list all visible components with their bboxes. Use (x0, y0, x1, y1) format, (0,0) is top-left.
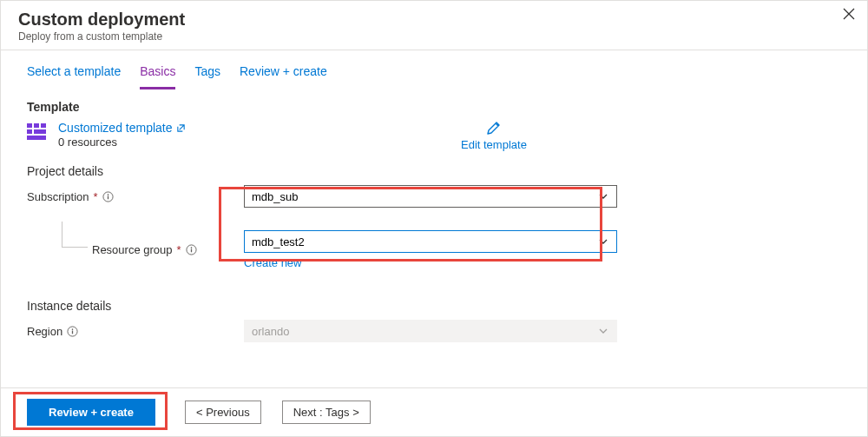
subscription-select[interactable] (244, 185, 617, 208)
next-button[interactable]: Next : Tags > (282, 401, 371, 424)
svg-rect-2 (27, 123, 32, 128)
footer-bar: Review + create < Previous Next : Tags > (1, 387, 867, 436)
required-icon: * (177, 243, 181, 256)
region-select (244, 320, 617, 342)
tab-select-template[interactable]: Select a template (27, 59, 121, 89)
page-subtitle: Deploy from a custom template (18, 30, 850, 43)
tab-basics[interactable]: Basics (140, 59, 175, 89)
external-link-icon (176, 123, 186, 133)
template-heading: Template (27, 100, 841, 114)
svg-rect-7 (27, 136, 46, 140)
svg-point-15 (72, 328, 74, 330)
create-new-link[interactable]: Create new (244, 256, 301, 269)
project-details-heading: Project details (27, 164, 841, 178)
svg-rect-10 (107, 195, 108, 199)
template-resource-count: 0 resources (58, 136, 186, 149)
svg-point-9 (107, 194, 108, 195)
resource-group-select[interactable] (244, 230, 617, 253)
tab-bar: Select a template Basics Tags Review + c… (1, 50, 867, 89)
svg-rect-16 (72, 330, 73, 334)
close-button[interactable] (843, 8, 855, 23)
content: Template Customized template 0 resources… (1, 89, 867, 344)
previous-button[interactable]: < Previous (185, 401, 261, 424)
tab-review-create[interactable]: Review + create (240, 59, 327, 89)
resource-group-label: Resource group (92, 243, 173, 256)
tab-tags[interactable]: Tags (194, 59, 220, 89)
review-create-button[interactable]: Review + create (27, 399, 155, 426)
info-icon[interactable] (67, 326, 78, 337)
svg-rect-4 (41, 123, 46, 128)
svg-rect-5 (27, 129, 32, 134)
edit-template-label: Edit template (461, 138, 527, 151)
svg-rect-3 (34, 123, 39, 128)
svg-rect-6 (34, 129, 46, 134)
subscription-row: Subscription * (27, 183, 841, 209)
close-icon (843, 8, 855, 20)
edit-template-button[interactable]: Edit template (461, 119, 527, 151)
svg-point-12 (190, 247, 192, 248)
info-icon[interactable] (186, 244, 197, 255)
instance-details-heading: Instance details (27, 299, 841, 313)
subscription-label: Subscription (27, 190, 89, 203)
page-title: Custom deployment (18, 10, 850, 30)
info-icon[interactable] (102, 191, 114, 202)
page-header: Custom deployment Deploy from a custom t… (1, 1, 867, 50)
customized-template-label: Customized template (58, 121, 173, 135)
required-icon: * (94, 190, 98, 203)
template-icon (27, 123, 48, 141)
template-info-row: Customized template 0 resources Edit tem… (27, 121, 841, 149)
region-label: Region (27, 325, 62, 338)
pencil-icon (485, 119, 503, 136)
customized-template-link[interactable]: Customized template (58, 121, 186, 135)
svg-rect-13 (190, 249, 191, 253)
region-row: Region (27, 318, 841, 344)
resource-group-row: Resource group * Create new (27, 222, 841, 269)
